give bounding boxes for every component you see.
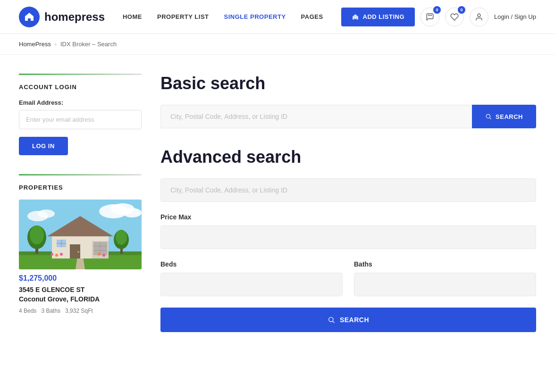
main-nav: HOME PROPERTY LIST SINGLE PROPERTY PAGES <box>123 13 323 20</box>
svg-point-34 <box>329 317 333 322</box>
nav-pages[interactable]: PAGES <box>301 13 323 20</box>
favorites-button[interactable]: 0 <box>445 8 464 26</box>
account-section-title: ACCOUNT LOGIN <box>19 83 142 91</box>
properties-section-title: PROPERTIES <box>19 184 142 191</box>
advanced-search-title: Advanced search <box>160 147 536 167</box>
svg-point-29 <box>55 254 58 257</box>
site-header: homepress HOME PROPERTY LIST SINGLE PROP… <box>0 0 555 34</box>
advanced-search-section: Advanced search Price Max Beds Baths <box>160 147 536 332</box>
login-link[interactable]: Login / Sign Up <box>494 13 536 20</box>
breadcrumb-separator: › <box>55 41 57 48</box>
baths-field: Baths <box>354 260 536 308</box>
account-login-section: ACCOUNT LOGIN Email Address: LOG IN <box>19 74 142 155</box>
account-section-divider <box>19 74 142 75</box>
add-listing-button[interactable]: ADD LISTING <box>341 8 415 26</box>
add-listing-icon <box>352 13 359 21</box>
baths-label: Baths <box>354 260 536 268</box>
email-input[interactable] <box>19 110 142 129</box>
user-icon <box>475 13 483 21</box>
advanced-search-input[interactable] <box>160 178 536 202</box>
svg-point-0 <box>478 14 480 17</box>
beds-baths-row: Beds Baths <box>160 260 536 308</box>
breadcrumb-home[interactable]: HomePress <box>19 41 51 48</box>
svg-point-6 <box>38 209 55 218</box>
baths-input[interactable] <box>354 273 536 296</box>
favorites-badge: 0 <box>458 6 465 14</box>
svg-point-18 <box>77 251 79 253</box>
breadcrumb: HomePress › IDX Broker – Search <box>0 34 555 55</box>
basic-search-title: Basic search <box>160 74 536 93</box>
email-label: Email Address: <box>19 99 142 106</box>
properties-section: PROPERTIES <box>19 174 142 314</box>
property-meta: 4 Beds 3 Baths 3,932 SqFt <box>19 308 142 314</box>
svg-point-32 <box>102 254 105 257</box>
logo-area[interactable]: homepress <box>19 7 105 27</box>
basic-search-input[interactable] <box>160 105 472 128</box>
nav-home[interactable]: HOME <box>123 13 142 20</box>
beds-input[interactable] <box>160 273 343 296</box>
heart-icon <box>450 13 459 21</box>
search-icon <box>485 113 492 120</box>
svg-point-24 <box>30 225 44 244</box>
property-card[interactable]: $1,275,000 3545 E GLENCOE ST Coconut Gro… <box>19 200 142 314</box>
svg-point-33 <box>486 114 490 118</box>
user-button[interactable] <box>470 8 488 26</box>
price-max-input[interactable] <box>160 225 536 249</box>
svg-point-27 <box>116 230 127 245</box>
svg-point-4 <box>123 208 142 217</box>
beds-field: Beds <box>160 260 343 308</box>
properties-section-divider <box>19 174 142 175</box>
breadcrumb-current: IDX Broker – Search <box>60 41 117 48</box>
sidebar: ACCOUNT LOGIN Email Address: LOG IN PROP… <box>19 74 142 333</box>
messages-badge: 0 <box>433 6 441 14</box>
nav-single-property[interactable]: SINGLE PROPERTY <box>224 13 286 20</box>
logo-icon <box>19 7 40 27</box>
svg-point-30 <box>60 253 63 256</box>
basic-search-button[interactable]: SEARCH <box>472 105 536 128</box>
price-max-label: Price Max <box>160 213 536 221</box>
basic-search-row: SEARCH <box>160 105 536 128</box>
main-layout: ACCOUNT LOGIN Email Address: LOG IN PROP… <box>0 55 555 352</box>
nav-property-list[interactable]: PROPERTY LIST <box>157 13 209 20</box>
advanced-search-button[interactable]: SEARCH <box>160 308 536 332</box>
main-content: Basic search SEARCH Advanced search Pric… <box>160 74 536 333</box>
property-image <box>19 200 142 269</box>
login-button[interactable]: LOG IN <box>19 137 68 155</box>
basic-search-section: Basic search SEARCH <box>160 74 536 128</box>
logo-text: homepress <box>44 10 105 24</box>
svg-point-31 <box>98 253 101 256</box>
svg-point-28 <box>50 253 53 256</box>
advanced-search-icon <box>328 316 335 324</box>
beds-label: Beds <box>160 260 343 268</box>
messages-icon <box>426 13 434 21</box>
messages-button[interactable]: 0 <box>420 8 439 26</box>
property-price: $1,275,000 <box>19 274 142 283</box>
price-max-field: Price Max <box>160 213 536 260</box>
advanced-search-container: Price Max Beds Baths <box>160 178 536 332</box>
property-address: 3545 E GLENCOE ST Coconut Grove, FLORIDA <box>19 285 142 304</box>
header-right: ADD LISTING 0 0 Login / Sign Up <box>341 8 536 26</box>
